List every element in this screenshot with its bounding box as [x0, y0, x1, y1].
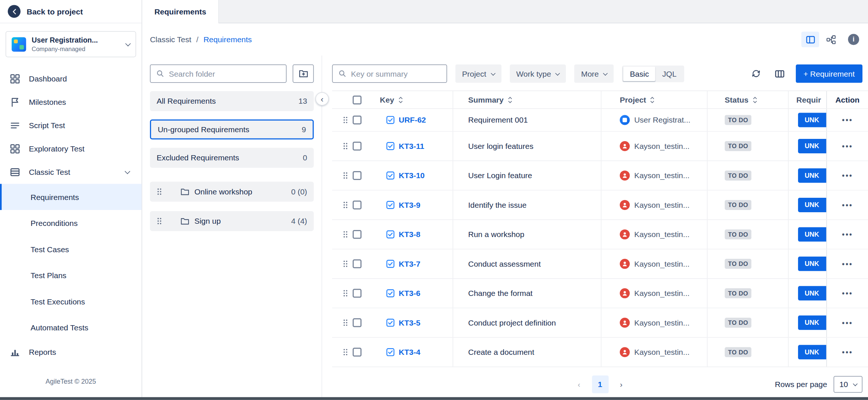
drag-handle-icon[interactable]: [343, 201, 348, 209]
row-checkbox[interactable]: [353, 116, 361, 124]
refresh-button[interactable]: [749, 66, 764, 81]
info-icon[interactable]: i: [848, 34, 859, 45]
project-selector[interactable]: User Registration... Company-managed: [6, 31, 136, 57]
row-summary[interactable]: Identify the issue: [468, 200, 527, 209]
pagination-next-button[interactable]: ›: [613, 376, 630, 393]
issue-search-input[interactable]: [351, 69, 441, 78]
coverage-button[interactable]: UNK: [798, 113, 826, 127]
row-key-link[interactable]: KT3-9: [399, 200, 420, 209]
drag-handle-icon[interactable]: [343, 171, 348, 179]
tree-view-button[interactable]: [822, 31, 840, 47]
sidebar-item-test-cases[interactable]: Test Cases: [0, 236, 141, 262]
sort-icon[interactable]: [650, 96, 655, 104]
coverage-button[interactable]: UNK: [798, 168, 826, 183]
status-badge[interactable]: TO DO: [725, 259, 751, 269]
row-actions-button[interactable]: •••: [842, 319, 853, 327]
row-checkbox[interactable]: [353, 289, 361, 298]
sort-icon[interactable]: [752, 96, 757, 104]
coverage-button[interactable]: UNK: [798, 286, 826, 300]
status-badge[interactable]: TO DO: [725, 170, 751, 180]
more-filter-button[interactable]: More: [574, 64, 614, 83]
row-summary[interactable]: Create a document: [468, 348, 534, 357]
row-summary[interactable]: Requirement 001: [468, 116, 528, 124]
pagination-prev-button[interactable]: ‹: [571, 376, 587, 393]
row-checkbox[interactable]: [353, 348, 361, 357]
sidebar-item-dashboard[interactable]: Dashboard: [0, 67, 141, 90]
row-key-link[interactable]: KT3-4: [399, 348, 420, 357]
status-badge[interactable]: TO DO: [725, 141, 751, 151]
sidebar-item-preconditions[interactable]: Preconditions: [0, 210, 141, 236]
folder-group-excluded-requirements[interactable]: Excluded Requirements 0: [150, 148, 314, 168]
row-checkbox[interactable]: [353, 259, 361, 268]
row-checkbox[interactable]: [353, 200, 361, 209]
breadcrumb-current[interactable]: Requirements: [203, 35, 252, 44]
drag-handle-icon[interactable]: [343, 348, 348, 356]
drag-handle-icon[interactable]: [343, 319, 348, 327]
work-type-filter-button[interactable]: Work type: [510, 64, 566, 83]
coverage-button[interactable]: UNK: [798, 345, 826, 359]
row-key-link[interactable]: KT3-11: [399, 141, 424, 150]
add-folder-button[interactable]: [293, 64, 314, 83]
sidebar-item-test-executions[interactable]: Test Executions: [0, 288, 141, 314]
drag-handle-icon[interactable]: [157, 188, 162, 196]
row-actions-button[interactable]: •••: [842, 116, 853, 124]
folder-item-sign-up[interactable]: Sign up 4 (4): [150, 211, 314, 231]
row-summary[interactable]: Conduct assessment: [468, 259, 541, 268]
row-checkbox[interactable]: [353, 230, 361, 239]
sidebar-item-automated-tests[interactable]: Automated Tests: [0, 314, 141, 340]
columns-button[interactable]: [772, 66, 787, 81]
add-requirement-button[interactable]: + Requirement: [796, 64, 862, 83]
project-filter-button[interactable]: Project: [455, 64, 501, 83]
status-badge[interactable]: TO DO: [725, 229, 751, 239]
drag-handle-icon[interactable]: [343, 116, 348, 124]
sidebar-item-script-test[interactable]: Script Test: [0, 114, 141, 137]
coverage-button[interactable]: UNK: [798, 198, 826, 212]
row-actions-button[interactable]: •••: [842, 230, 853, 239]
sort-icon[interactable]: [507, 96, 512, 104]
drag-handle-icon[interactable]: [343, 289, 348, 297]
row-checkbox[interactable]: [353, 171, 361, 180]
status-badge[interactable]: TO DO: [725, 347, 751, 357]
folder-search-input[interactable]: [169, 69, 280, 78]
collapse-folder-panel-button[interactable]: ‹: [316, 92, 329, 106]
breadcrumb-parent[interactable]: Classic Test: [150, 35, 191, 44]
row-actions-button[interactable]: •••: [842, 289, 853, 297]
sidebar-item-milestones[interactable]: Milestones: [0, 90, 141, 114]
row-actions-button[interactable]: •••: [842, 348, 853, 356]
sidebar-item-classic-test[interactable]: Classic Test: [0, 160, 141, 184]
status-badge[interactable]: TO DO: [725, 115, 751, 125]
status-badge[interactable]: TO DO: [725, 318, 751, 328]
row-actions-button[interactable]: •••: [842, 260, 853, 268]
row-checkbox[interactable]: [353, 318, 361, 327]
select-all-checkbox[interactable]: [353, 95, 361, 104]
row-summary[interactable]: User Login feature: [468, 171, 532, 180]
row-key-link[interactable]: KT3-5: [399, 318, 420, 327]
sort-icon[interactable]: [398, 96, 403, 104]
coverage-button[interactable]: UNK: [798, 139, 826, 153]
row-key-link[interactable]: KT3-10: [399, 171, 425, 180]
row-key-link[interactable]: KT3-8: [399, 230, 420, 239]
folder-item-online-workshop[interactable]: Online workshop 0 (0): [150, 181, 314, 201]
folder-group-ungrouped-requirements[interactable]: Un-grouped Requirements 9: [150, 119, 314, 139]
status-badge[interactable]: TO DO: [725, 288, 751, 298]
sidebar-item-test-plans[interactable]: Test Plans: [0, 262, 141, 288]
back-to-project-button[interactable]: Back to project: [0, 0, 141, 23]
pagination-page-1[interactable]: 1: [592, 376, 608, 393]
sidebar-item-reports[interactable]: Reports: [0, 340, 141, 364]
row-actions-button[interactable]: •••: [842, 201, 853, 209]
row-key-link[interactable]: URF-62: [399, 116, 426, 124]
basic-mode-button[interactable]: Basic: [623, 66, 655, 81]
row-summary[interactable]: Conduct project definition: [468, 318, 556, 327]
folder-group-all-requirements[interactable]: All Requirements 13: [150, 91, 314, 111]
row-key-link[interactable]: KT3-7: [399, 259, 420, 268]
status-badge[interactable]: TO DO: [725, 200, 751, 210]
jql-mode-button[interactable]: JQL: [655, 66, 683, 81]
coverage-button[interactable]: UNK: [798, 257, 826, 271]
drag-handle-icon[interactable]: [157, 217, 162, 225]
sidebar-item-exploratory-test[interactable]: Exploratory Test: [0, 137, 141, 160]
drag-handle-icon[interactable]: [343, 230, 348, 238]
row-key-link[interactable]: KT3-6: [399, 289, 420, 298]
row-summary[interactable]: Change the format: [468, 289, 533, 298]
panel-view-button[interactable]: [801, 31, 819, 47]
row-summary[interactable]: User login features: [468, 141, 533, 150]
